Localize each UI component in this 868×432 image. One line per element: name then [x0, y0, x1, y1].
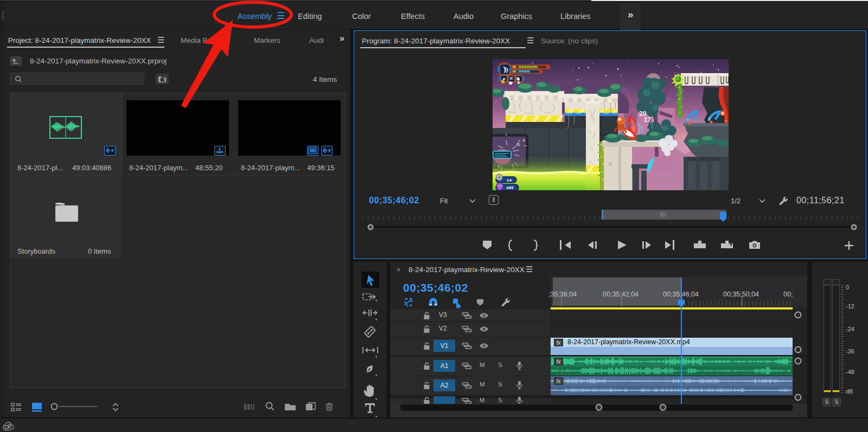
svg-text:495: 495 [506, 185, 514, 190]
svg-text:14: 14 [507, 178, 512, 183]
svg-text:17: 17 [644, 116, 652, 124]
